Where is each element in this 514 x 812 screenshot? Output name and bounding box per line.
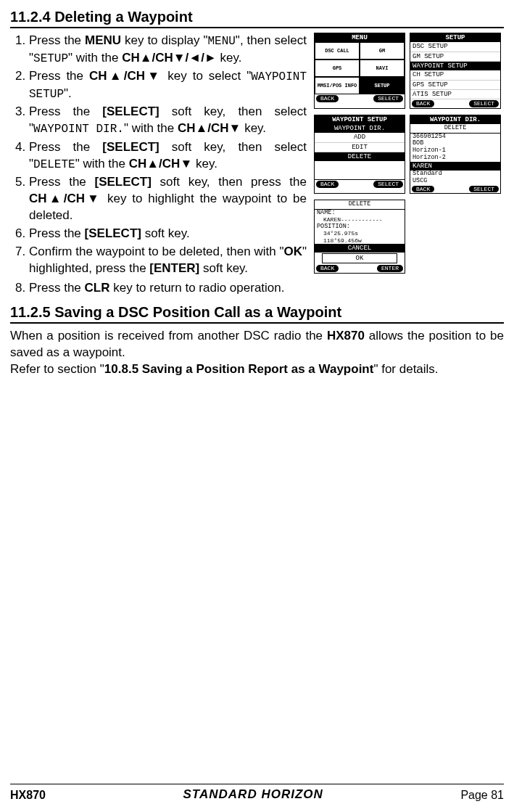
m: WAYPOINT DIR. bbox=[33, 123, 124, 136]
b: CH▲/CH▼ bbox=[89, 69, 162, 83]
softkeys: BACK SELECT bbox=[315, 180, 405, 188]
setup-item: DSC SETUP bbox=[410, 42, 500, 52]
b: MENU bbox=[85, 33, 121, 47]
t: soft key, then press the bbox=[152, 175, 307, 189]
footer-model: HX870 bbox=[10, 789, 46, 802]
steps-list: Press the MENU key to display "MENU", th… bbox=[10, 33, 307, 277]
screen-menu: MENU DSC CALL GM GPS NAVI MMSI/POS INFO … bbox=[314, 33, 405, 109]
soft-back: BACK bbox=[412, 100, 434, 107]
step-6: Press the [SELECT] soft key. bbox=[29, 226, 307, 242]
t: When a position is received from another… bbox=[10, 329, 327, 343]
step-1: Press the MENU key to display "MENU", th… bbox=[29, 33, 307, 67]
softkeys: BACK ENTER bbox=[315, 264, 405, 272]
soft-back: BACK bbox=[316, 181, 339, 187]
b: [SELECT] bbox=[94, 175, 151, 189]
t: Refer to section " bbox=[10, 362, 104, 376]
t: ". bbox=[64, 86, 72, 100]
step-2: Press the CH▲/CH▼ key to select "WAYPOIN… bbox=[29, 68, 307, 102]
t: soft key. bbox=[141, 226, 190, 240]
softkeys: BACK SELECT bbox=[410, 99, 500, 107]
b: CLR bbox=[85, 281, 110, 295]
wpdir-item: USCG bbox=[410, 178, 500, 185]
delete-name-label: NAME: bbox=[315, 210, 405, 217]
t: " with the bbox=[124, 121, 178, 135]
t: key to display " bbox=[121, 33, 207, 47]
m: SETUP bbox=[33, 52, 68, 65]
t: soft key. bbox=[199, 261, 248, 275]
setup-item: GM SETUP bbox=[410, 52, 500, 62]
t: Press the bbox=[29, 281, 85, 295]
section-2: 11.2.5 Saving a DSC Position Call as a W… bbox=[10, 304, 504, 378]
step-5: Press the [SELECT] soft key, then press … bbox=[29, 174, 307, 224]
wpsetup-title: WAYPOINT SETUP bbox=[315, 115, 405, 124]
wpdir-title: WAYPOINT DIR. bbox=[410, 115, 500, 124]
soft-select: SELECT bbox=[373, 95, 403, 102]
t: key to select " bbox=[162, 69, 251, 83]
wpsetup-item-selected: DELETE bbox=[315, 152, 405, 161]
t: Confirm the waypoint to be deleted, then… bbox=[29, 245, 283, 258]
menu-cell: MMSI/POS INFO bbox=[315, 77, 360, 94]
b: CH▲/CH▼ bbox=[29, 192, 101, 205]
softkeys: BACK SELECT bbox=[410, 185, 500, 193]
screen-setup: SETUP DSC SETUP GM SETUP WAYPOINT SETUP … bbox=[410, 33, 501, 109]
step-8: Press the CLR key to return to radio ope… bbox=[29, 280, 504, 297]
t: Press the bbox=[29, 226, 85, 240]
t: key to return to radio operation. bbox=[110, 281, 285, 295]
t: key. bbox=[192, 157, 217, 171]
menu-cell-selected: SETUP bbox=[360, 77, 405, 94]
setup-item: CH SETUP bbox=[410, 70, 500, 80]
screen-wpdir: WAYPOINT DIR. DELETE 366901254 BOB Horiz… bbox=[410, 115, 501, 194]
m: DELETE bbox=[33, 158, 75, 171]
delete-pos1: 34°25.975s bbox=[315, 230, 405, 237]
b: CH▲/CH▼/◄/► bbox=[122, 51, 217, 65]
soft-select: SELECT bbox=[373, 181, 403, 187]
steps-column: Press the MENU key to display "MENU", th… bbox=[10, 33, 307, 279]
softkeys: BACK SELECT bbox=[315, 94, 405, 102]
soft-back: BACK bbox=[412, 186, 434, 192]
screen-setup-title: SETUP bbox=[410, 33, 500, 42]
steps-list-cont: Press the CLR key to return to radio ope… bbox=[10, 280, 504, 297]
soft-select: SELECT bbox=[469, 186, 499, 192]
t: Press the bbox=[29, 104, 102, 118]
setup-item: GPS SETUP bbox=[410, 81, 500, 90]
b: [SELECT] bbox=[102, 140, 159, 154]
section-title-2: 11.2.5 Saving a DSC Position Call as a W… bbox=[10, 304, 504, 324]
m: MENU bbox=[207, 35, 235, 48]
t: " with the bbox=[75, 157, 129, 171]
menu-grid: DSC CALL GM GPS NAVI MMSI/POS INFO SETUP bbox=[315, 42, 405, 94]
b: [SELECT] bbox=[102, 104, 159, 118]
menu-cell: GM bbox=[360, 42, 405, 60]
wpsetup-sub: WAYPOINT DIR. bbox=[315, 124, 405, 133]
footer-page: Page 81 bbox=[460, 789, 504, 802]
t: " for details. bbox=[373, 362, 438, 376]
content-wrap: Press the MENU key to display "MENU", th… bbox=[10, 33, 504, 279]
step-4: Press the [SELECT] soft key, then select… bbox=[29, 139, 307, 173]
delete-title: DELETE bbox=[315, 200, 405, 210]
t: key. bbox=[241, 121, 266, 135]
t: Press the bbox=[29, 175, 94, 189]
b: OK bbox=[283, 245, 302, 258]
spacer bbox=[315, 161, 405, 180]
soft-enter: ENTER bbox=[377, 265, 403, 271]
screen-wpsetup: WAYPOINT SETUP WAYPOINT DIR. ADD EDIT DE… bbox=[314, 115, 405, 194]
delete-ok: OK bbox=[322, 253, 397, 263]
screen-menu-title: MENU bbox=[315, 33, 405, 42]
b: HX870 bbox=[327, 329, 365, 343]
soft-select: SELECT bbox=[469, 100, 499, 107]
wpdir-sub: DELETE bbox=[410, 124, 500, 134]
t: Press the bbox=[29, 33, 85, 47]
wpsetup-item: EDIT bbox=[315, 143, 405, 152]
t: key. bbox=[217, 51, 242, 65]
menu-cell: NAVI bbox=[360, 60, 405, 77]
menu-cell: DSC CALL bbox=[315, 42, 360, 60]
soft-back: BACK bbox=[316, 95, 339, 102]
b: 10.8.5 Saving a Position Report as a Way… bbox=[104, 362, 374, 376]
soft-back: BACK bbox=[316, 265, 339, 271]
delete-cancel: CANCEL bbox=[315, 244, 405, 253]
b: [SELECT] bbox=[85, 226, 141, 240]
step-3: Press the [SELECT] soft key, then select… bbox=[29, 104, 307, 138]
t: " with the bbox=[68, 51, 122, 65]
menu-cell: GPS bbox=[315, 60, 360, 77]
b: CH▲/CH▼ bbox=[129, 157, 192, 171]
screen-delete: DELETE NAME: KAREN------------ POSITION:… bbox=[314, 200, 405, 274]
